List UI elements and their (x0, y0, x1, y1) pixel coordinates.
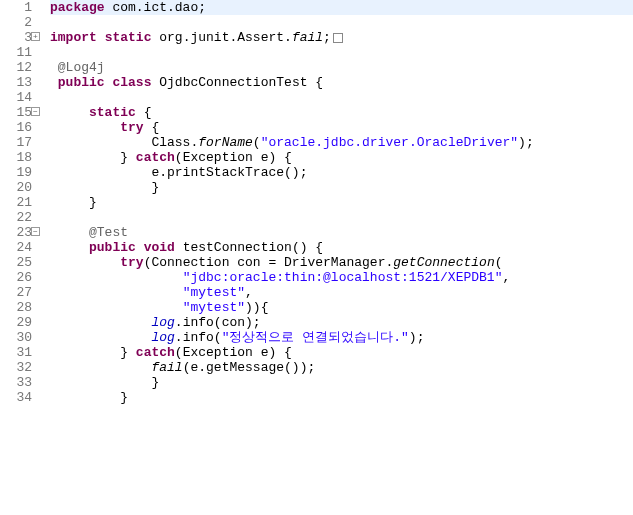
line-number: 23− (0, 225, 32, 240)
code-token: package (50, 0, 105, 15)
code-line[interactable]: "jdbc:oracle:thin:@localhost:1521/XEPDB1… (50, 270, 633, 285)
line-number: 3+ (0, 30, 32, 45)
code-token (50, 120, 120, 135)
line-number: 11 (0, 45, 32, 60)
code-token: e.printStackTrace(); (50, 165, 307, 180)
line-number: 21 (0, 195, 32, 210)
code-token: catch (136, 345, 175, 360)
code-token (50, 285, 183, 300)
fold-marker-icon[interactable]: − (31, 107, 40, 116)
code-line[interactable]: } catch(Exception e) { (50, 150, 633, 165)
code-token: (e.getMessage()); (183, 360, 316, 375)
code-token: getConnection (393, 255, 494, 270)
code-line[interactable] (50, 210, 633, 225)
code-token (50, 60, 58, 75)
code-token (50, 240, 89, 255)
code-line[interactable]: package com.ict.dao; (50, 0, 633, 15)
code-token: void (144, 240, 175, 255)
code-line[interactable]: try { (50, 120, 633, 135)
code-token (50, 105, 89, 120)
line-number: 1 (0, 0, 32, 15)
line-number: 27 (0, 285, 32, 300)
code-token: } (50, 345, 136, 360)
code-line[interactable]: public class OjdbcConnectionTest { (50, 75, 633, 90)
code-token: ; (323, 30, 331, 45)
code-token (50, 315, 151, 330)
code-line[interactable] (50, 45, 633, 60)
line-number: 26 (0, 270, 32, 285)
code-token (50, 225, 89, 240)
code-token: , (502, 270, 510, 285)
code-line[interactable]: "mytest")){ (50, 300, 633, 315)
code-token (50, 75, 58, 90)
code-line[interactable]: @Log4j (50, 60, 633, 75)
code-token: "jdbc:oracle:thin:@localhost:1521/XEPDB1… (183, 270, 503, 285)
code-token: ( (495, 255, 503, 270)
collapsed-import-icon[interactable] (333, 33, 343, 43)
line-number: 32 (0, 360, 32, 375)
code-line[interactable]: } catch(Exception e) { (50, 345, 633, 360)
code-token (50, 270, 183, 285)
line-number: 28 (0, 300, 32, 315)
code-token: public (89, 240, 136, 255)
code-token (50, 360, 151, 375)
code-token: try (120, 120, 143, 135)
code-token: static (89, 105, 136, 120)
code-token (50, 255, 120, 270)
code-token: { (136, 105, 152, 120)
code-token: "정상적으로 연결되었습니다." (222, 330, 409, 345)
code-token: (Exception e) { (175, 150, 292, 165)
code-line[interactable]: "mytest", (50, 285, 633, 300)
code-line[interactable]: } (50, 375, 633, 390)
line-number: 31 (0, 345, 32, 360)
code-token: com.ict.dao; (105, 0, 206, 15)
code-line[interactable]: Class.forName("oracle.jdbc.driver.Oracle… (50, 135, 633, 150)
code-line[interactable]: } (50, 195, 633, 210)
code-line[interactable]: try(Connection con = DriverManager.getCo… (50, 255, 633, 270)
line-number: 34 (0, 390, 32, 405)
code-token: catch (136, 150, 175, 165)
code-token: forName (198, 135, 253, 150)
code-token (97, 30, 105, 45)
code-line[interactable]: } (50, 390, 633, 405)
code-token: } (50, 390, 128, 405)
code-token: @Log4j (58, 60, 105, 75)
line-number-gutter: 123+1112131415−1617181920212223−24252627… (0, 0, 40, 515)
fold-marker-icon[interactable]: − (31, 227, 40, 236)
code-token: Class. (50, 135, 198, 150)
code-line[interactable]: e.printStackTrace(); (50, 165, 633, 180)
line-number: 33 (0, 375, 32, 390)
line-number: 24 (0, 240, 32, 255)
code-token: class (112, 75, 151, 90)
code-token (136, 240, 144, 255)
line-number: 25 (0, 255, 32, 270)
code-token (50, 330, 151, 345)
code-line[interactable]: } (50, 180, 633, 195)
code-line[interactable]: log.info("정상적으로 연결되었습니다."); (50, 330, 633, 345)
code-line[interactable] (50, 90, 633, 105)
code-token: )){ (245, 300, 268, 315)
fold-marker-icon[interactable]: + (31, 32, 40, 41)
code-token: public (58, 75, 105, 90)
code-token: testConnection() { (175, 240, 323, 255)
code-line[interactable]: public void testConnection() { (50, 240, 633, 255)
code-token: { (144, 120, 160, 135)
code-line[interactable]: @Test (50, 225, 633, 240)
code-line[interactable]: log.info(con); (50, 315, 633, 330)
code-token: fail (151, 360, 182, 375)
code-token: OjdbcConnectionTest { (151, 75, 323, 90)
code-token: } (50, 150, 136, 165)
code-editor-area[interactable]: package com.ict.dao;import static org.ju… (40, 0, 633, 515)
line-number: 15− (0, 105, 32, 120)
code-line[interactable]: import static org.junit.Assert.fail; (50, 30, 633, 45)
line-number: 13 (0, 75, 32, 90)
code-token: ); (409, 330, 425, 345)
code-line[interactable] (50, 15, 633, 30)
code-token: ); (518, 135, 534, 150)
code-token: "mytest" (183, 300, 245, 315)
line-number: 19 (0, 165, 32, 180)
code-token: log (151, 315, 174, 330)
code-token: org.junit.Assert. (151, 30, 291, 45)
code-line[interactable]: fail(e.getMessage()); (50, 360, 633, 375)
code-line[interactable]: static { (50, 105, 633, 120)
